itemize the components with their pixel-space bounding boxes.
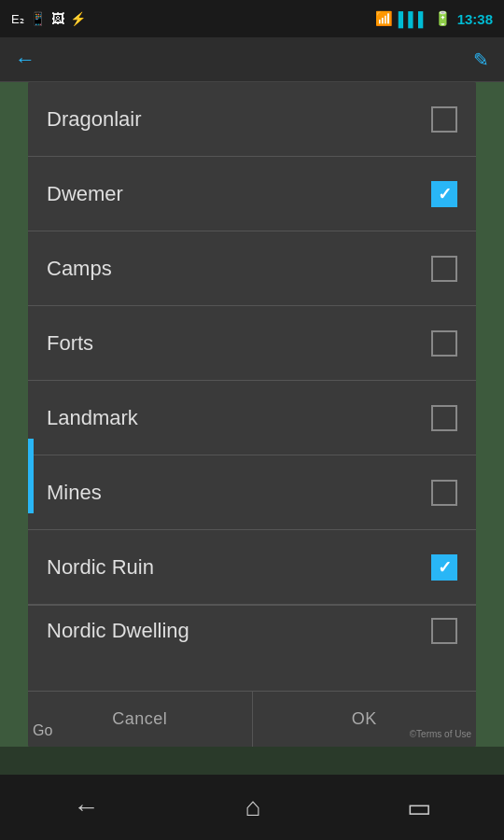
status-bar: E₂ 📱 🖼 ⚡ 📶 ▌▌▌ 🔋 13:38 — [0, 0, 504, 37]
status-right-icons: 📶 ▌▌▌ 🔋 13:38 — [375, 10, 493, 27]
nordic-ruin-label: Nordic Ruin — [47, 555, 154, 580]
highlight-strip — [28, 439, 34, 513]
forts-checkbox[interactable] — [431, 330, 457, 357]
map-label: Go — [33, 722, 52, 739]
filter-dialog: Dragonlair Dwemer Camps Forts Landmark M… — [28, 82, 476, 747]
phone-icon: 📱 — [30, 11, 46, 26]
camps-checkbox[interactable] — [431, 256, 457, 282]
dwemer-label: Dwemer — [47, 182, 123, 206]
map-left-strip — [0, 82, 28, 747]
back-icon[interactable]: ← — [15, 48, 35, 72]
watermark: ©Terms of Use — [410, 729, 471, 739]
list-item-nordic-dwelling[interactable]: Nordic Dwelling — [28, 605, 476, 656]
dwemer-checkbox[interactable] — [431, 181, 457, 207]
list-item-dragonlair[interactable]: Dragonlair — [28, 82, 476, 157]
back-button[interactable]: ← — [73, 792, 99, 822]
nav-bar: ← ✎ — [0, 37, 504, 82]
landmark-label: Landmark — [47, 406, 138, 430]
list-item-landmark[interactable]: Landmark — [28, 381, 476, 455]
mines-label: Mines — [47, 481, 102, 505]
status-left-icons: E₂ 📱 🖼 ⚡ — [11, 11, 86, 26]
filter-list: Dragonlair Dwemer Camps Forts Landmark M… — [28, 82, 476, 691]
e2-indicator: E₂ — [11, 12, 24, 26]
dragonlair-label: Dragonlair — [47, 107, 142, 132]
wifi-icon: 📶 — [375, 10, 393, 27]
mines-checkbox[interactable] — [431, 480, 457, 506]
home-button[interactable]: ⌂ — [245, 792, 261, 822]
bottom-nav-bar: ← ⌂ ▭ — [0, 775, 504, 840]
map-right-strip — [476, 82, 504, 747]
recent-button[interactable]: ▭ — [407, 792, 431, 823]
list-item-forts[interactable]: Forts — [28, 306, 476, 381]
nordic-ruin-checkbox[interactable] — [431, 554, 457, 581]
cancel-button[interactable]: Cancel — [28, 692, 252, 747]
list-item-nordic-ruin[interactable]: Nordic Ruin — [28, 530, 476, 605]
edit-icon[interactable]: ✎ — [473, 49, 489, 71]
signal-icon: ▌▌▌ — [399, 11, 428, 27]
flash-icon: ⚡ — [70, 11, 86, 26]
list-item-mines[interactable]: Mines — [28, 455, 476, 530]
list-item-camps[interactable]: Camps — [28, 231, 476, 306]
battery-icon: 🔋 — [434, 10, 452, 27]
dragonlair-checkbox[interactable] — [431, 106, 457, 133]
nordic-dwelling-checkbox[interactable] — [431, 618, 457, 644]
forts-label: Forts — [47, 331, 93, 356]
landmark-checkbox[interactable] — [431, 405, 457, 431]
image-icon: 🖼 — [51, 11, 64, 26]
time-display: 13:38 — [457, 11, 493, 27]
nordic-dwelling-label: Nordic Dwelling — [47, 619, 189, 643]
list-item-dwemer[interactable]: Dwemer — [28, 157, 476, 231]
camps-label: Camps — [47, 257, 112, 281]
